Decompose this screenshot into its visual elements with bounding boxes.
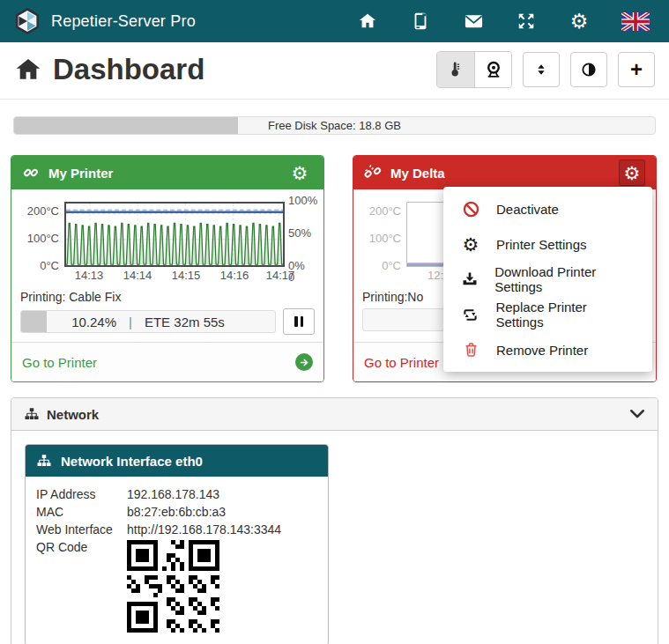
- interface-title: Network Interface eth0: [61, 454, 203, 469]
- mail-icon[interactable]: [463, 11, 484, 32]
- x-axis-tick: 14:17: [266, 269, 295, 282]
- left-axis-tick: 100°C: [20, 232, 59, 245]
- printer-title: My Printer: [48, 166, 278, 181]
- chevron-down-icon[interactable]: [629, 408, 645, 420]
- contrast-icon: [580, 61, 598, 78]
- resize-button[interactable]: [523, 52, 560, 87]
- link-icon: [22, 164, 40, 181]
- go-to-printer-link[interactable]: Go to Printer: [364, 355, 439, 370]
- mac-value: b8:27:eb:6b:cb:a3: [127, 503, 317, 521]
- printer-gear-button[interactable]: ⚙: [286, 159, 313, 186]
- printer-card-header: My Delta ⚙: [353, 156, 656, 189]
- left-axis-tick: 100°C: [362, 232, 401, 245]
- page-title: Dashboard: [14, 53, 204, 86]
- expand-icon[interactable]: [516, 11, 537, 32]
- arrow-right-circle-icon: [295, 353, 313, 371]
- printer-card-my-printer: My Printer ⚙ 0°C100°C200°C0%50%100%014:1…: [11, 155, 324, 382]
- add-printer-button[interactable]: +: [618, 52, 655, 87]
- left-axis-tick: 0°C: [20, 259, 59, 272]
- trash-icon: [461, 341, 480, 359]
- dashboard-home-icon: [14, 56, 42, 84]
- home-icon[interactable]: [357, 11, 378, 32]
- interface-card-body: IP Address 192.168.178.143 MAC b8:27:eb:…: [26, 477, 328, 644]
- brand-title: Repetier-Server Pro: [51, 12, 196, 31]
- print-progress-row: 10.24% | ETE 32m 55s: [20, 308, 315, 335]
- interface-card-header: Network Interface eth0: [26, 445, 328, 477]
- pause-icon: [294, 316, 298, 327]
- web-interface-url[interactable]: http://192.168.178.143:3344: [127, 521, 317, 538]
- settings-gear-icon[interactable]: ⚙: [569, 11, 590, 32]
- network-panel-title: Network: [47, 407, 99, 422]
- ip-address-value: 192.168.178.143: [127, 485, 317, 503]
- menu-item-label: Remove Printer: [496, 343, 588, 358]
- chart-plot: [64, 202, 285, 267]
- resize-arrows-icon: [534, 61, 548, 78]
- right-axis-tick: 100%: [288, 194, 317, 207]
- menu-item-replace-settings[interactable]: Replace Printer Settings: [443, 297, 652, 332]
- gear-icon: ⚙: [461, 235, 480, 254]
- printing-status: Printing: Cable Fix: [20, 290, 315, 304]
- pause-button[interactable]: [283, 308, 315, 335]
- menu-item-label: Replace Printer Settings: [495, 300, 635, 329]
- temperature-toggle-button[interactable]: [437, 52, 474, 87]
- free-disk-space-bar: Free Disk Space: 18.8 GB: [13, 116, 656, 135]
- contrast-button[interactable]: [570, 52, 607, 87]
- x-axis-tick: 12:: [427, 269, 443, 282]
- plus-icon: +: [630, 57, 643, 82]
- ban-icon: [461, 200, 480, 218]
- row-label: Web Interface: [36, 521, 120, 538]
- row-label: IP Address: [36, 485, 120, 503]
- menu-item-label: Deactivate: [496, 202, 559, 217]
- sitemap-icon: [36, 453, 52, 469]
- navbar: Repetier-Server Pro: [0, 0, 669, 42]
- view-toggle-group: [436, 51, 512, 88]
- download-icon: [461, 270, 479, 288]
- menu-item-download-settings[interactable]: Download Printer Settings: [443, 262, 652, 297]
- row-label: MAC: [36, 503, 120, 521]
- network-panel-header[interactable]: Network: [11, 398, 658, 431]
- tablet-icon[interactable]: [410, 11, 431, 32]
- repeat-icon: [461, 306, 479, 324]
- printer-card-body: 0°C100°C200°C0%50%100%014:1314:1414:1514…: [11, 189, 323, 342]
- left-axis-tick: 0°C: [362, 259, 401, 272]
- menu-item-remove-printer[interactable]: Remove Printer: [443, 332, 652, 367]
- printer-card-header: My Printer ⚙: [11, 156, 323, 189]
- x-axis-tick: 14:16: [220, 269, 249, 282]
- disk-label: Free Disk Space: 18.8 GB: [14, 117, 655, 134]
- thermometer-icon: [447, 60, 465, 79]
- language-uk-flag-icon[interactable]: [621, 11, 650, 32]
- repetier-logo-icon: [12, 6, 42, 36]
- page-title-text: Dashboard: [53, 53, 204, 86]
- sitemap-icon: [24, 406, 40, 422]
- interface-details-table: IP Address 192.168.178.143 MAC b8:27:eb:…: [36, 485, 317, 633]
- webcam-toggle-button[interactable]: [474, 52, 511, 87]
- temperature-chart: 0°C100°C200°C0%50%100%014:1314:1414:1514…: [20, 200, 315, 286]
- network-panel-body: Network Interface eth0 IP Address 192.16…: [11, 431, 658, 644]
- x-axis-tick: 14:13: [75, 269, 104, 282]
- webcam-icon: [484, 60, 503, 79]
- print-progress-text: 10.24% | ETE 32m 55s: [21, 311, 275, 332]
- header-toolbar: +: [436, 51, 655, 88]
- menu-item-label: Printer Settings: [496, 237, 587, 252]
- left-axis-tick: 200°C: [20, 204, 59, 218]
- navbar-icons: ⚙: [357, 11, 657, 32]
- broken-link-icon: [364, 164, 382, 181]
- menu-item-deactivate[interactable]: Deactivate: [443, 191, 652, 226]
- progress-eta: ETE 32m 55s: [145, 315, 225, 329]
- qr-code-image: [127, 540, 317, 633]
- progress-percent: 10.24%: [71, 315, 116, 329]
- go-to-printer-footer[interactable]: Go to Printer: [11, 342, 323, 381]
- x-axis-tick: 14:14: [123, 269, 152, 282]
- menu-item-printer-settings[interactable]: ⚙ Printer Settings: [443, 226, 652, 262]
- printer-gear-menu: Deactivate ⚙ Printer Settings Download P…: [443, 187, 652, 372]
- brand[interactable]: Repetier-Server Pro: [12, 6, 196, 36]
- menu-item-label: Download Printer Settings: [494, 264, 635, 294]
- printer-title: My Delta: [390, 166, 610, 181]
- network-interface-card: Network Interface eth0 IP Address 192.16…: [25, 444, 329, 644]
- progress-separator: |: [129, 315, 132, 329]
- printer-gear-button-open[interactable]: ⚙: [619, 159, 645, 186]
- network-panel: Network Network Interface eth0: [11, 397, 658, 644]
- page-header: Dashboard: [0, 42, 669, 100]
- go-to-printer-link[interactable]: Go to Printer: [22, 355, 97, 370]
- row-label: QR Code: [36, 538, 120, 633]
